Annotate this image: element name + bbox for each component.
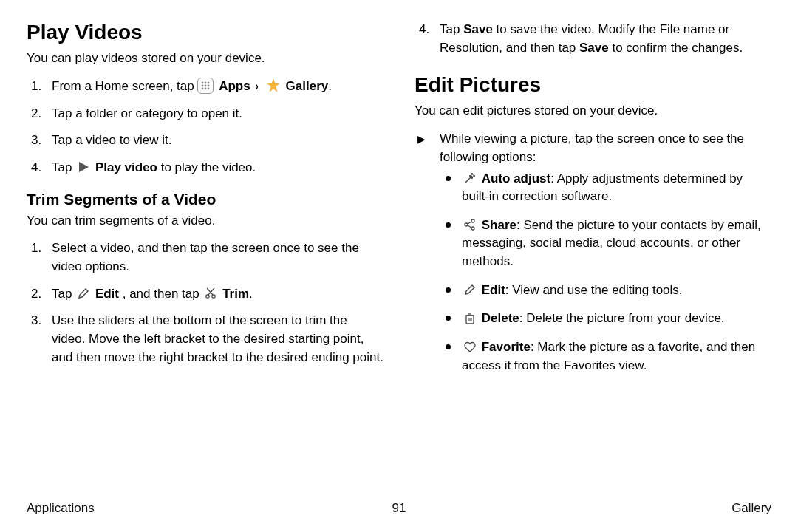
svg-point-5 <box>208 85 210 87</box>
play-videos-intro: You can play videos stored on your devic… <box>27 50 383 67</box>
save-label-1: Save <box>463 22 493 36</box>
svg-point-11 <box>206 295 209 298</box>
svg-point-12 <box>212 295 215 298</box>
share-icon <box>463 218 477 231</box>
share-label: Share <box>482 218 516 232</box>
svg-point-0 <box>202 82 204 84</box>
svg-point-7 <box>205 88 207 90</box>
svg-point-1 <box>205 82 207 84</box>
heading-play-videos: Play Videos <box>27 21 383 44</box>
edit-label: Edit <box>95 287 119 301</box>
delete-label: Delete <box>482 311 519 325</box>
option-edit: Edit: View and use the editing tools. <box>440 282 771 300</box>
favorite-label: Favorite <box>482 340 531 354</box>
footer-left: Applications <box>27 501 95 516</box>
edit-icon <box>77 287 90 300</box>
trim-step-1: Select a video, and then tap the screen … <box>27 239 383 276</box>
step-4: Tap Play video to play the video. <box>27 159 383 177</box>
svg-point-6 <box>202 88 204 90</box>
right-column: Tap Save to save the video. Modify the F… <box>415 21 771 494</box>
apps-icon <box>197 78 214 94</box>
left-column: Play Videos You can play videos stored o… <box>27 21 383 494</box>
trim-label: Trim <box>222 287 249 301</box>
delete-icon <box>463 312 477 325</box>
svg-line-19 <box>468 225 471 228</box>
edit-options-list: Auto adjust: Apply adjustments determine… <box>440 170 771 375</box>
edit-pictures-arrow-list: While viewing a picture, tap the screen … <box>415 130 771 375</box>
page-footer: Applications 91 Gallery <box>27 501 771 516</box>
trim-icon <box>204 287 217 300</box>
trim-steps: Select a video, and then tap the screen … <box>27 239 383 366</box>
heading-edit-pictures: Edit Pictures <box>415 73 771 97</box>
svg-point-8 <box>208 88 210 90</box>
svg-point-17 <box>471 227 474 230</box>
save-step-continued: Tap Save to save the video. Modify the F… <box>415 21 771 57</box>
play-video-label: Play video <box>95 160 157 174</box>
save-label-2: Save <box>579 41 609 55</box>
heading-trim-segments: Trim Segments of a Video <box>27 191 383 208</box>
apps-label: Apps <box>219 79 250 93</box>
step-3: Tap a video to view it. <box>27 132 383 150</box>
edit-icon <box>463 283 477 296</box>
play-video-icon <box>77 160 90 174</box>
auto-adjust-label: Auto adjust <box>482 171 551 185</box>
svg-point-4 <box>205 85 207 87</box>
arrow-item: While viewing a picture, tap the screen … <box>415 130 771 375</box>
edit-pictures-intro: You can edit pictures stored on your dev… <box>415 103 771 120</box>
chevron-right-icon: › <box>256 78 259 96</box>
svg-point-15 <box>465 223 468 226</box>
footer-right: Gallery <box>732 501 771 516</box>
step-1: From a Home screen, tap Apps › Gallery. <box>27 78 383 96</box>
save-step-4: Tap Save to save the video. Modify the F… <box>415 21 771 57</box>
play-videos-steps: From a Home screen, tap Apps › Gallery. <box>27 78 383 177</box>
svg-marker-9 <box>267 79 279 92</box>
auto-adjust-icon <box>463 171 477 185</box>
svg-point-3 <box>202 85 204 87</box>
option-favorite: Favorite: Mark the picture as a favorite… <box>440 338 771 375</box>
trim-step-3: Use the sliders at the bottom of the scr… <box>27 312 383 366</box>
svg-line-18 <box>468 222 471 224</box>
favorite-icon <box>463 341 477 354</box>
trim-intro: You can trim segments of a video. <box>27 213 383 230</box>
step-2: Tap a folder or category to open it. <box>27 105 383 123</box>
svg-marker-10 <box>79 162 89 172</box>
option-share: Share: Send the picture to your contacts… <box>440 216 771 271</box>
gallery-label: Gallery <box>286 79 329 93</box>
trim-step-2: Tap Edit , and then tap Trim. <box>27 285 383 304</box>
option-auto-adjust: Auto adjust: Apply adjustments determine… <box>440 170 771 206</box>
option-delete: Delete: Delete the picture from your dev… <box>440 310 771 328</box>
page-number: 91 <box>392 501 406 516</box>
svg-point-2 <box>208 82 210 84</box>
gallery-icon <box>266 78 281 93</box>
svg-point-16 <box>471 219 474 222</box>
edit-option-label: Edit <box>482 283 505 297</box>
